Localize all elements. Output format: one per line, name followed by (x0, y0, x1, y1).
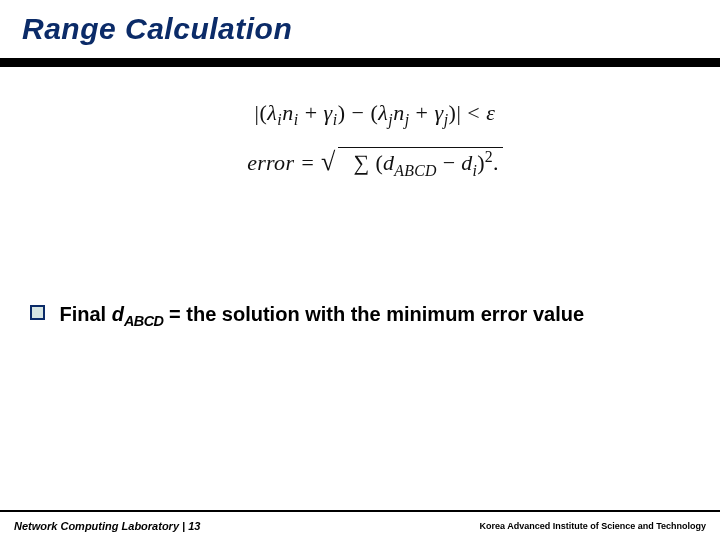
slide: Range Calculation |(λini + γi) − (λjnj +… (0, 0, 720, 540)
bullet-var: d (112, 303, 124, 325)
footer-left: Network Computing Laboratory | 13 (14, 520, 200, 532)
bullet-var-sub: ABCD (124, 313, 164, 329)
bullet-text: Final dABCD = the solution with the mini… (59, 303, 584, 325)
bullet-post: = the solution with the minimum error va… (163, 303, 584, 325)
footer-divider (0, 510, 720, 512)
bullet-icon (30, 305, 45, 320)
equation-error-radicand: ∑ (dABCD − di)2. (338, 147, 503, 180)
title-divider (0, 58, 720, 67)
equation-error-lhs: error = (247, 151, 321, 176)
bullet-item: Final dABCD = the solution with the mini… (30, 300, 696, 332)
footer-sep: | (179, 520, 188, 532)
equation-block: |(λini + γi) − (λjnj + γj)| < ε error = … (90, 90, 660, 180)
equation-inequality: |(λini + γi) − (λjnj + γj)| < ε (90, 100, 660, 129)
footer-right: Korea Advanced Institute of Science and … (479, 521, 706, 531)
footer-lab: Network Computing Laboratory (14, 520, 179, 532)
equation-error: error = √∑ (dABCD − di)2. (90, 147, 660, 180)
page-title: Range Calculation (22, 12, 292, 46)
bullet-pre: Final (59, 303, 111, 325)
sqrt-icon: √ (321, 148, 336, 177)
footer-page-number: 13 (188, 520, 200, 532)
